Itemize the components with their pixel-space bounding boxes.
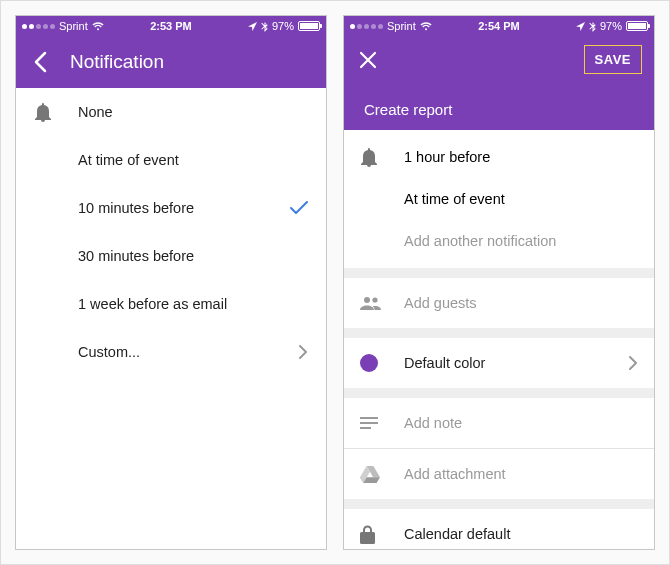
bell-icon (360, 147, 404, 167)
event-title[interactable]: Create report (344, 101, 654, 130)
notification-option-10min[interactable]: 10 minutes before (16, 184, 326, 232)
battery-pct-label: 97% (600, 20, 622, 32)
lock-icon (360, 525, 404, 544)
status-bar: Sprint 2:53 PM 97% (16, 16, 326, 36)
carrier-label: Sprint (387, 20, 416, 32)
color-row[interactable]: Default color (344, 338, 654, 388)
status-bar: Sprint 2:54 PM 97% (344, 16, 654, 36)
drive-icon (360, 466, 404, 483)
save-button[interactable]: SAVE (584, 45, 642, 74)
people-icon (360, 296, 404, 310)
option-label: 1 week before as email (78, 296, 278, 312)
option-label: At time of event (78, 152, 278, 168)
signal-dots-icon (22, 24, 55, 29)
wifi-icon (92, 22, 104, 31)
close-icon (359, 51, 377, 69)
bell-icon (34, 102, 78, 122)
visibility-row[interactable]: Calendar default (344, 509, 654, 549)
page-title: Notification (70, 51, 164, 73)
row-label: Calendar default (404, 526, 638, 542)
checkmark-icon (278, 201, 308, 215)
option-label: None (78, 104, 278, 120)
svg-rect-4 (360, 427, 371, 429)
row-label: Add attachment (404, 466, 638, 482)
color-dot-icon (360, 354, 404, 372)
signal-dots-icon (350, 24, 383, 29)
close-button[interactable] (356, 48, 380, 72)
chevron-right-icon (629, 356, 638, 370)
add-notification-row[interactable]: Add another notification (344, 220, 654, 262)
notification-option-30min[interactable]: 30 minutes before (16, 232, 326, 280)
add-guests-row[interactable]: Add guests (344, 278, 654, 328)
chevron-left-icon (33, 51, 47, 73)
option-label: 10 minutes before (78, 200, 278, 216)
header-bar: Notification (16, 36, 326, 88)
notification-option-1week-email[interactable]: 1 week before as email (16, 280, 326, 328)
battery-pct-label: 97% (272, 20, 294, 32)
row-label: Default color (404, 355, 629, 371)
bluetooth-icon (589, 21, 596, 32)
svg-point-0 (364, 297, 370, 303)
row-label: Add guests (404, 295, 638, 311)
event-editor-body: 1 hour before At time of event Add anoth… (344, 130, 654, 549)
battery-icon (626, 21, 648, 31)
notification-row[interactable]: At time of event (344, 178, 654, 220)
location-icon (248, 22, 257, 31)
note-icon (360, 417, 404, 429)
svg-rect-2 (360, 417, 378, 419)
bluetooth-icon (261, 21, 268, 32)
wifi-icon (420, 22, 432, 31)
notification-option-custom[interactable]: Custom... (16, 328, 326, 376)
location-icon (576, 22, 585, 31)
notification-row[interactable]: 1 hour before (344, 136, 654, 178)
notification-options-list: None At time of event 10 minutes before … (16, 88, 326, 549)
add-notification-label: Add another notification (404, 233, 556, 249)
add-note-row[interactable]: Add note (344, 398, 654, 448)
svg-point-1 (372, 297, 377, 302)
notification-option-at-time[interactable]: At time of event (16, 136, 326, 184)
row-label: Add note (404, 415, 638, 431)
notification-option-none[interactable]: None (16, 88, 326, 136)
back-button[interactable] (28, 50, 52, 74)
phone-event-editor: Sprint 2:54 PM 97% SAVE Create report (343, 15, 655, 550)
phone-notification-picker: Sprint 2:53 PM 97% Notification (15, 15, 327, 550)
notification-label: 1 hour before (404, 149, 490, 165)
header-bar: SAVE Create report (344, 36, 654, 130)
option-label: Custom... (78, 344, 278, 360)
option-label: 30 minutes before (78, 248, 278, 264)
notifications-section: 1 hour before At time of event Add anoth… (344, 130, 654, 268)
carrier-label: Sprint (59, 20, 88, 32)
chevron-right-icon (278, 345, 308, 359)
notification-label: At time of event (404, 191, 505, 207)
add-attachment-row[interactable]: Add attachment (344, 449, 654, 499)
battery-icon (298, 21, 320, 31)
svg-rect-3 (360, 422, 378, 424)
